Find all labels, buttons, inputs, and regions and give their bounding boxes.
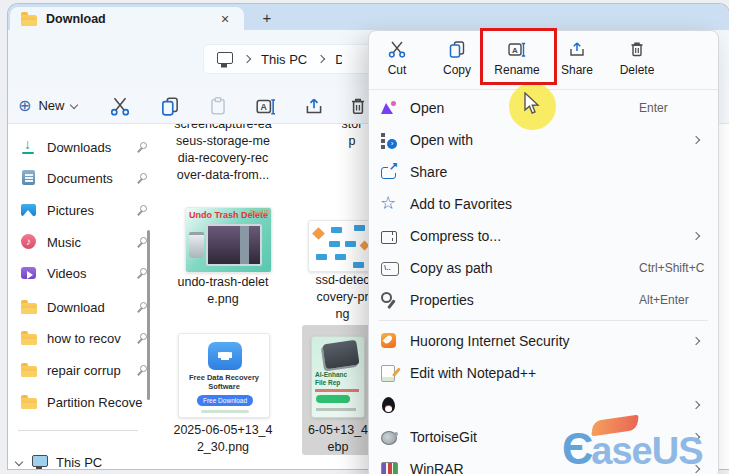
file-label[interactable]: 2025-06-05+13_4 2_30.png: [148, 422, 298, 456]
sidebar: Downloads Documents Pictures Music Video…: [8, 124, 154, 469]
tab-close-icon[interactable]: ×: [216, 11, 234, 27]
context-menu-item[interactable]: Edit with Notepad++: [374, 357, 713, 389]
submenu-chevron-icon: [692, 337, 700, 345]
paste-icon: [207, 95, 229, 117]
plus-circle-icon: ⊕: [18, 96, 31, 115]
huorong-icon: [380, 332, 398, 350]
context-menu-items: Open Enter Open with Share Add to Favori…: [369, 90, 718, 474]
music-icon: [20, 233, 38, 251]
submenu-chevron-icon: [692, 232, 700, 240]
file-thumbnail-free-data-recovery[interactable]: Free Data Recovery Software Free Downloa…: [178, 333, 270, 418]
svg-text:A: A: [261, 102, 268, 112]
submenu-chevron-icon: [692, 136, 700, 144]
file-thumbnail-ai-file-repair[interactable]: AI-Enhanc File Rep: [311, 336, 365, 418]
notepadpp-icon: [380, 364, 398, 382]
first-aid-kit-icon: [208, 342, 242, 370]
share-arrow-icon: [380, 163, 398, 181]
folder-icon: [20, 329, 38, 347]
rename-button[interactable]: A: [248, 95, 284, 119]
screenshot-root: { "window": { "tab": { "title": "Downloa…: [0, 0, 729, 474]
videos-icon: [20, 264, 38, 282]
cut-command[interactable]: Cut: [369, 39, 425, 89]
context-menu-item[interactable]: Open with: [374, 124, 713, 156]
open-with-icon: [380, 131, 398, 149]
context-menu-item[interactable]: Huorong Internet Security: [374, 325, 713, 357]
pin-icon: [136, 141, 148, 153]
breadcrumb-chevron-icon: [243, 55, 251, 63]
scissors-icon: [109, 95, 131, 117]
share-button[interactable]: [296, 95, 332, 119]
shortcut-label: Ctrl+Shift+C: [639, 261, 704, 275]
sidebar-item[interactable]: Music: [20, 228, 148, 256]
screenshot-graphic: [206, 224, 262, 266]
trash-icon: [627, 39, 647, 59]
file-label[interactable]: undo-trash-delet e.png: [148, 274, 298, 308]
copy-icon: [159, 95, 181, 117]
this-pc-icon: [215, 50, 233, 68]
downloads-icon: [20, 138, 38, 156]
app-open-icon: [380, 99, 398, 117]
share-icon: [303, 95, 325, 117]
tortoisegit-icon: [380, 428, 398, 446]
pictures-icon: [20, 201, 38, 219]
share-icon: [567, 39, 587, 59]
file-label[interactable]: 6-05+13_4 ebp: [302, 422, 374, 456]
breadcrumb-this-pc[interactable]: This PC: [261, 52, 307, 67]
menu-separator: [379, 320, 708, 321]
folder-icon: [20, 393, 38, 411]
copy-icon: [447, 39, 467, 59]
cut-button[interactable]: [102, 95, 138, 119]
new-tab-button[interactable]: +: [256, 8, 278, 28]
file-thumbnail-flowchart[interactable]: [308, 220, 373, 272]
sidebar-item[interactable]: Documents: [20, 164, 148, 192]
star-icon: [380, 195, 398, 213]
new-button[interactable]: ⊕ New: [18, 92, 77, 118]
trash-can-graphic: [189, 232, 204, 258]
delete-command[interactable]: Delete: [609, 39, 665, 89]
documents-icon: [20, 169, 38, 187]
context-menu-item[interactable]: Properties Alt+Enter: [374, 284, 713, 316]
file-thumbnail-undo-trash-delete[interactable]: Undo Trash Delete EaseUS: [185, 207, 272, 273]
rename-icon: A: [255, 95, 277, 117]
shortcut-label: Alt+Enter: [639, 293, 689, 307]
chevron-down-icon: [70, 101, 78, 109]
rename-highlight-box: [480, 28, 557, 85]
mouse-cursor-icon: [524, 92, 541, 116]
sidebar-item[interactable]: Partition Recove: [20, 388, 148, 416]
sidebar-item[interactable]: Pictures: [20, 196, 148, 224]
context-menu-item[interactable]: Compress to...: [374, 220, 713, 252]
sidebar-item[interactable]: how to recov: [20, 324, 148, 352]
copy-path-icon: [380, 259, 398, 277]
tab-download[interactable]: Download ×: [10, 7, 244, 30]
breadcrumb-download[interactable]: Download: [335, 52, 342, 67]
sidebar-separator: [18, 430, 138, 431]
file-3d-graphic: [322, 340, 359, 369]
context-menu-item[interactable]: Add to Favorites: [374, 188, 713, 220]
expand-chevron-icon[interactable]: [15, 458, 23, 466]
file-label-truncated[interactable]: screencapture-ea seus-storage-me dia-rec…: [138, 116, 308, 184]
qq-icon: [380, 396, 398, 414]
wrench-icon: [380, 291, 398, 309]
sidebar-item[interactable]: Downloads: [20, 133, 148, 161]
context-menu-item[interactable]: [374, 389, 713, 421]
paste-button[interactable]: [200, 95, 236, 119]
scissors-icon: [387, 39, 407, 59]
copy-button[interactable]: [152, 95, 188, 119]
this-pc-icon: [30, 453, 48, 469]
pin-icon: [136, 172, 148, 184]
context-menu-item[interactable]: Copy as path Ctrl+Shift+C: [374, 252, 713, 284]
submenu-chevron-icon: [692, 401, 700, 409]
sidebar-item[interactable]: Download: [20, 293, 148, 321]
sidebar-scrollbar[interactable]: [147, 230, 150, 400]
folder-icon: [20, 10, 38, 28]
trash-icon: [347, 95, 369, 117]
sidebar-item-this-pc[interactable]: This PC: [8, 448, 154, 469]
sidebar-item[interactable]: repair corrup: [20, 356, 148, 384]
sidebar-item[interactable]: Videos: [20, 259, 148, 287]
context-menu-item[interactable]: Share: [374, 156, 713, 188]
zip-folder-icon: [380, 227, 398, 245]
copy-command[interactable]: Copy: [429, 39, 485, 89]
folder-icon: [20, 361, 38, 379]
easeus-watermark: Є aseUS: [562, 418, 728, 472]
share-command[interactable]: Share: [549, 39, 605, 89]
